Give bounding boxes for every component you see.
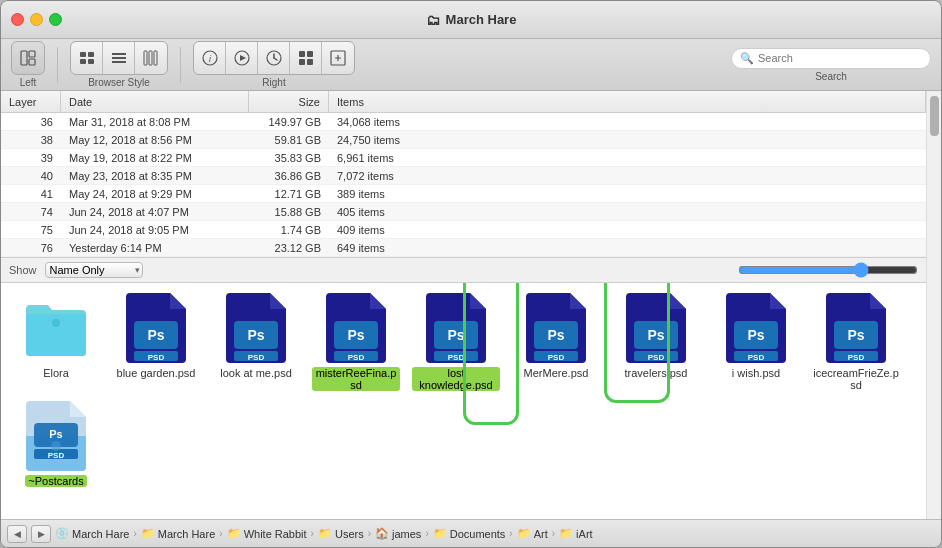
psd-icon-img: Ps PSD <box>821 293 891 363</box>
path-item-folder-2[interactable]: 📁 White Rabbit <box>227 527 307 540</box>
cell-items: 34,068 items <box>329 116 926 128</box>
back-button[interactable]: ◀ <box>7 525 27 543</box>
psd-svg: Ps PSD <box>326 293 386 363</box>
path-item-drive[interactable]: 💿 March Hare <box>55 527 129 540</box>
file-label: misterReeFina.psd <box>312 367 400 391</box>
clock-button[interactable] <box>258 42 290 74</box>
svg-text:PSD: PSD <box>148 353 165 362</box>
path-separator: › <box>509 528 512 539</box>
browser-style-btn-2[interactable] <box>103 42 135 74</box>
table-row[interactable]: 38 May 12, 2018 at 8:56 PM 59.81 GB 24,7… <box>1 131 926 149</box>
path-item-folder-4[interactable]: 📁 Documents <box>433 527 506 540</box>
svg-rect-10 <box>144 51 147 65</box>
table-row[interactable]: 36 Mar 31, 2018 at 8:08 PM 149.97 GB 34,… <box>1 113 926 131</box>
path-item-folder-3[interactable]: 📁 Users <box>318 527 364 540</box>
path-label: Users <box>335 528 364 540</box>
psd-svg: Ps PSD <box>426 293 486 363</box>
svg-text:Ps: Ps <box>447 327 464 343</box>
close-button[interactable] <box>11 13 24 26</box>
zoom-slider[interactable] <box>738 262 918 278</box>
column-header-size[interactable]: Size <box>249 91 329 112</box>
column-header-date[interactable]: Date <box>61 91 249 112</box>
path-separator: › <box>311 528 314 539</box>
path-label: Art <box>534 528 548 540</box>
path-item-folder-1[interactable]: 📁 March Hare <box>141 527 215 540</box>
cell-layer: 38 <box>1 134 61 146</box>
minimize-button[interactable] <box>30 13 43 26</box>
browser-style-btn-1[interactable] <box>71 42 103 74</box>
list-item[interactable]: Ps PSD icecreamFrieZe.psd <box>811 293 901 391</box>
svg-text:Ps: Ps <box>49 428 62 440</box>
psd-icon-img: Ps PSD <box>321 293 391 363</box>
show-bar: Show Name Only Name and Date Name and Si… <box>1 257 926 283</box>
cell-layer: 40 <box>1 170 61 182</box>
browser-style-btn-3[interactable] <box>135 42 167 74</box>
psd-icon-img: Ps PSD <box>21 401 91 471</box>
folder-icon: 📁 <box>433 527 447 540</box>
left-view-button[interactable] <box>12 42 44 74</box>
cell-size: 35.83 GB <box>249 152 329 164</box>
list-item[interactable]: Ps PSD ~Postcards <box>11 401 101 487</box>
table-row[interactable]: 41 May 24, 2018 at 9:29 PM 12.71 GB 389 … <box>1 185 926 203</box>
table-row[interactable]: 40 May 23, 2018 at 8:35 PM 36.86 GB 7,07… <box>1 167 926 185</box>
cell-items: 409 items <box>329 224 926 236</box>
list-item[interactable]: Ps PSD i wish.psd <box>711 293 801 391</box>
main-split: Layer Date Size Items 36 Mar 31, 2018 at… <box>1 91 941 519</box>
svg-rect-5 <box>80 59 86 64</box>
svg-rect-12 <box>154 51 157 65</box>
scrollbar-thumb[interactable] <box>930 96 939 136</box>
svg-rect-8 <box>112 57 126 59</box>
folder-icon: 📁 <box>318 527 332 540</box>
zoom-button[interactable] <box>49 13 62 26</box>
svg-rect-11 <box>149 51 152 65</box>
play-button[interactable] <box>226 42 258 74</box>
svg-rect-7 <box>112 53 126 55</box>
cell-date: May 23, 2018 at 8:35 PM <box>61 170 249 182</box>
path-item-folder-5[interactable]: 📁 Art <box>517 527 548 540</box>
file-label: MerMere.psd <box>524 367 589 379</box>
path-label: Documents <box>450 528 506 540</box>
psd-svg: Ps PSD <box>126 293 186 363</box>
cell-date: May 12, 2018 at 8:56 PM <box>61 134 249 146</box>
cell-date: Jun 24, 2018 at 9:05 PM <box>61 224 249 236</box>
titlebar: 🗂 March Hare <box>1 1 941 39</box>
path-item-home[interactable]: 🏠 james <box>375 527 421 540</box>
path-item-folder-6[interactable]: 📁 iArt <box>559 527 593 540</box>
show-label: Show <box>9 264 37 276</box>
list-item[interactable]: Ps PSD travelers.psd <box>611 293 701 391</box>
search-input[interactable] <box>758 52 922 64</box>
list-item[interactable]: Ps PSD misterReeFina.psd <box>311 293 401 391</box>
table-row[interactable]: 39 May 19, 2018 at 8:22 PM 35.83 GB 6,96… <box>1 149 926 167</box>
list-item[interactable]: Ps PSD blue garden.psd <box>111 293 201 391</box>
path-label: March Hare <box>72 528 129 540</box>
drive-icon: 💿 <box>55 527 69 540</box>
expand-button[interactable] <box>322 42 354 74</box>
svg-point-66 <box>51 441 61 451</box>
forward-button[interactable]: ▶ <box>31 525 51 543</box>
scrollbar[interactable] <box>926 91 941 519</box>
search-box[interactable]: 🔍 <box>731 48 931 69</box>
info-button[interactable]: i <box>194 42 226 74</box>
list-item[interactable]: Elora <box>11 293 101 391</box>
show-select-wrap[interactable]: Name Only Name and Date Name and Size <box>45 262 143 278</box>
list-item[interactable]: Ps PSD look at me.psd <box>211 293 301 391</box>
cell-layer: 39 <box>1 152 61 164</box>
file-label: travelers.psd <box>625 367 688 379</box>
table-row[interactable]: 74 Jun 24, 2018 at 4:07 PM 15.88 GB 405 … <box>1 203 926 221</box>
column-header-layer[interactable]: Layer <box>1 91 61 112</box>
show-select[interactable]: Name Only Name and Date Name and Size <box>45 262 143 278</box>
psd-svg: Ps PSD <box>26 401 86 471</box>
list-item[interactable]: Ps PSD MerMere.psd <box>511 293 601 391</box>
cell-size: 1.74 GB <box>249 224 329 236</box>
psd-icon-img: Ps PSD <box>721 293 791 363</box>
column-header-items[interactable]: Items <box>329 91 926 112</box>
path-label: March Hare <box>158 528 215 540</box>
grid-button[interactable] <box>290 42 322 74</box>
folder-icon-img <box>21 293 91 363</box>
list-item[interactable]: Ps PSD lost knowledge.psd <box>411 293 501 391</box>
table-row[interactable]: 75 Jun 24, 2018 at 9:05 PM 1.74 GB 409 i… <box>1 221 926 239</box>
table-row[interactable]: 76 Yesterday 6:14 PM 23.12 GB 649 items <box>1 239 926 257</box>
cell-size: 23.12 GB <box>249 242 329 254</box>
left-view-label: Left <box>20 77 37 88</box>
psd-svg: Ps PSD <box>626 293 686 363</box>
